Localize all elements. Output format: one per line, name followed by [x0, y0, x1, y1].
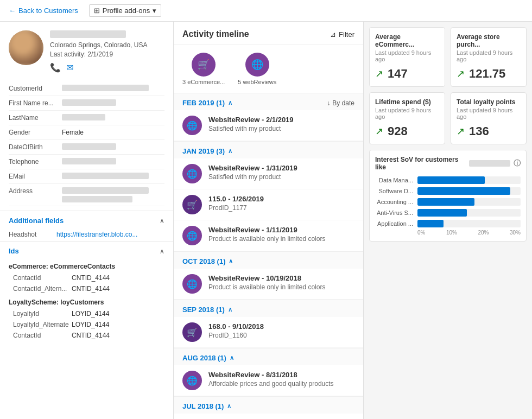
- bar-container: [417, 198, 521, 206]
- sort-icon: ↓: [327, 99, 330, 107]
- metric-card-lifetime-spend: Lifetime spend ($) Last updated 9 hours …: [369, 92, 445, 144]
- timeline-item: 🌐 WebsiteReview - 2/1/2019 Satisfied wit…: [174, 110, 363, 141]
- timeline-group-feb2019: FEB 2019 (1) ∧ ↓ By date 🌐 WebsiteReview…: [174, 93, 363, 141]
- field-value: [62, 114, 164, 120]
- timeline-event-desc: Satisfied with my product: [208, 173, 354, 181]
- profile-name: [50, 30, 126, 38]
- field-value: [62, 187, 164, 202]
- back-arrow-icon: ←: [9, 7, 16, 15]
- phone-icon[interactable]: 📞: [50, 62, 61, 73]
- metric-card-subtitle: Last updated 9 hours ago: [457, 49, 521, 62]
- info-icon[interactable]: ⓘ: [514, 158, 521, 168]
- field-row: Address: [9, 184, 164, 206]
- axis-label: 20%: [478, 230, 489, 236]
- chevron-up-icon: ∧: [160, 247, 164, 255]
- right-panel: Average eCommerc... Last updated 9 hours…: [364, 22, 532, 419]
- axis-label: 30%: [510, 230, 521, 236]
- metric-card-subtitle: Last updated 9 hours ago: [375, 49, 439, 62]
- blurred-value: [62, 85, 149, 91]
- bar-row: Anti-Virus S...: [375, 209, 521, 217]
- bar-label: Anti-Virus S...: [375, 210, 413, 216]
- timeline-event-title: WebsiteReview - 10/19/2018: [208, 274, 354, 282]
- timeline-group-title[interactable]: SEP 2018 (1) ∧: [182, 306, 232, 314]
- email-icon[interactable]: ✉: [66, 62, 73, 73]
- ids-section-header[interactable]: Ids ∧: [0, 241, 173, 258]
- field-label: DateOfBirth: [9, 143, 58, 151]
- timeline-event-desc: ProdID_1177: [208, 204, 354, 212]
- ids-section: eCommerce: eCommerceContacts ContactId C…: [0, 258, 173, 345]
- metric-card-value: ↗ 121.75: [457, 67, 521, 81]
- timeline-event-desc: Product is available only in limited col…: [208, 235, 354, 243]
- timeline-group-title[interactable]: OCT 2018 (1) ∧: [182, 257, 233, 265]
- bar-container: [417, 209, 521, 217]
- metric-card-avg-store: Average store purch... Last updated 9 ho…: [451, 27, 527, 87]
- metric-card-title: Average store purch...: [457, 33, 521, 48]
- left-panel: Colorado Springs, Colorado, USA Last act…: [0, 22, 174, 419]
- chevron-down-icon: ▾: [153, 7, 156, 15]
- bar-fill: [417, 220, 444, 227]
- webreviews-icon-label: 5 webReviews: [238, 79, 276, 85]
- timeline-event-desc: Affordable prices and good quality produ…: [208, 380, 354, 388]
- timeline-dot: 🛒: [182, 322, 202, 342]
- axis-label: 10%: [446, 230, 457, 236]
- field-row: Gender Female: [9, 125, 164, 140]
- blurred-value: [62, 173, 149, 179]
- ids-group-loyalty-title: LoyaltyScheme: loyCustomers: [9, 294, 164, 308]
- ids-field-value: CNTID_4144: [72, 332, 110, 339]
- metric-number: 928: [388, 124, 408, 138]
- bar-label: Software D...: [375, 188, 413, 194]
- axis-label: 0%: [417, 230, 425, 236]
- metric-card-subtitle: Last updated 9 hours ago: [375, 107, 439, 120]
- timeline-item: 🌐 WebsiteReview - 8/31/2018 Affordable p…: [174, 365, 363, 396]
- additional-fields-title: Additional fields: [9, 217, 64, 225]
- field-label: Telephone: [9, 158, 58, 166]
- field-label: CustomerId: [9, 85, 58, 92]
- top-nav: ← Back to Customers ⊞ Profile add-ons ▾: [0, 0, 532, 22]
- timeline-group-header: JUL 2018 (1) ∧: [174, 397, 363, 414]
- center-panel: Activity timeline ⊿ Filter 🛒 3 eCommerce…: [174, 22, 364, 419]
- profile-location: Colorado Springs, Colorado, USA: [50, 41, 164, 49]
- blurred-value: [62, 158, 116, 164]
- ids-field-row: ContactId CNTID_4144: [9, 330, 164, 341]
- ids-field-value: LOYID_4144: [72, 321, 109, 328]
- metric-card-value: ↗ 136: [457, 124, 521, 138]
- chevron-up-icon: ∧: [227, 403, 231, 410]
- timeline-sort-button[interactable]: ↓ By date: [327, 99, 354, 107]
- blurred-value: [62, 196, 132, 202]
- timeline-content: WebsiteReview - 1/11/2019 Product is ava…: [208, 226, 354, 243]
- timeline-group-title[interactable]: JAN 2019 (3) ∧: [182, 147, 232, 155]
- additional-fields-section-header[interactable]: Additional fields ∧: [0, 211, 173, 228]
- field-label: Address: [9, 187, 58, 195]
- profile-addons-button[interactable]: ⊞ Profile add-ons ▾: [89, 4, 161, 17]
- trend-up-icon: ↗: [457, 125, 465, 137]
- timeline-group-title[interactable]: AUG 2018 (1) ∧: [182, 354, 234, 362]
- group-title-text: SEP 2018 (1): [182, 306, 225, 314]
- filter-button[interactable]: ⊿ Filter: [330, 30, 354, 39]
- activity-icon-webreviews[interactable]: 🌐 5 webReviews: [238, 53, 276, 85]
- timeline-item: 🌐 WebsiteReview - 1/31/2019 Satisfied wi…: [174, 158, 363, 189]
- headshot-value[interactable]: https://filestransfer.blob.co...: [56, 231, 164, 238]
- timeline-group-title[interactable]: FEB 2019 (1) ∧: [182, 99, 232, 107]
- ids-group-ecommerce-title: eCommerce: eCommerceContacts: [9, 258, 164, 272]
- timeline-event-title: WebsiteReview - 1/31/2019: [208, 164, 354, 172]
- activity-icon-ecommerce[interactable]: 🛒 3 eCommerce...: [182, 53, 225, 85]
- bar-label: Application ...: [375, 220, 413, 227]
- metric-card-subtitle: Last updated 9 hours ago: [457, 107, 521, 120]
- bar-label: Accounting ...: [375, 199, 413, 205]
- timeline-dot: 🌐: [182, 274, 202, 294]
- timeline-group-title[interactable]: JUL 2018 (1) ∧: [182, 402, 231, 410]
- timeline-content: WebsiteReview - 8/31/2018 Affordable pri…: [208, 371, 354, 388]
- field-value: [62, 99, 164, 106]
- ids-field-value: CNTID_4144: [72, 274, 110, 282]
- back-to-customers-link[interactable]: ← Back to Customers: [9, 7, 78, 15]
- timeline-dot: 🌐: [182, 371, 202, 390]
- timeline-event-title: WebsiteReview - 1/11/2019: [208, 226, 354, 234]
- main-layout: Colorado Springs, Colorado, USA Last act…: [0, 22, 532, 419]
- profile-header: Colorado Springs, Colorado, USA Last act…: [0, 22, 173, 81]
- sort-label: By date: [332, 99, 354, 107]
- profile-actions: 📞 ✉: [50, 62, 164, 73]
- metric-card-avg-ecommerce: Average eCommerc... Last updated 9 hours…: [369, 27, 445, 87]
- field-label: EMail: [9, 173, 58, 180]
- field-row: EMail: [9, 169, 164, 184]
- bar-label: Data Mana...: [375, 177, 413, 183]
